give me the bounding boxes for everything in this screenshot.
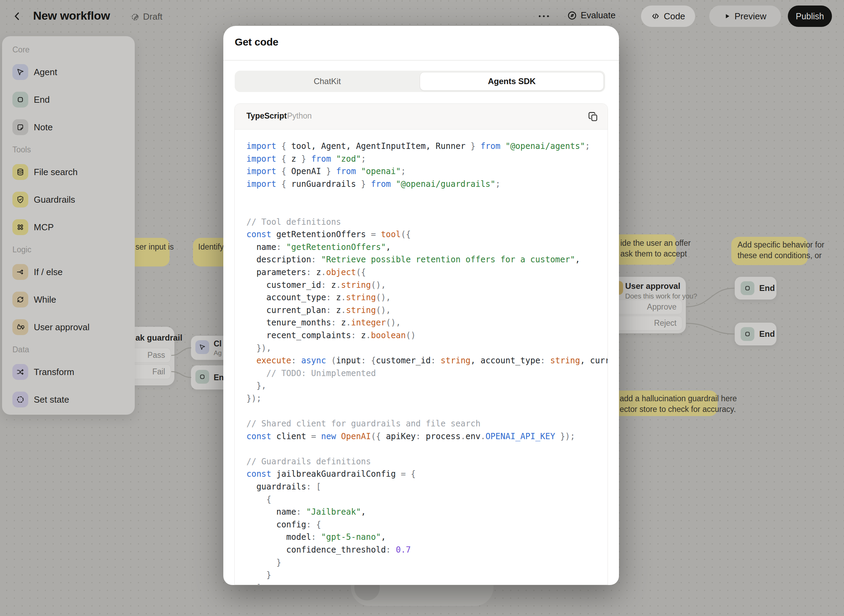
note-icon bbox=[12, 119, 28, 135]
shuffle-icon bbox=[12, 364, 28, 380]
sidebar-item-mcp[interactable]: MCP bbox=[12, 219, 135, 235]
more-options-button[interactable] bbox=[537, 12, 551, 21]
code-card-header: TypeScript Python bbox=[235, 104, 608, 130]
code-line: const jailbreakGuardrailConfig = { bbox=[246, 468, 608, 481]
tab-chatkit[interactable]: ChatKit bbox=[235, 71, 420, 92]
end-square-icon bbox=[741, 327, 755, 341]
sidebar-item-guardrails[interactable]: Guardrails bbox=[12, 192, 135, 208]
modal-title: Get code bbox=[235, 36, 278, 48]
code-line: // Guardrails definitions bbox=[246, 455, 608, 468]
code-line: import { OpenAI } from "openai"; bbox=[246, 165, 608, 178]
code-line: // Shared client for guardrails and file… bbox=[246, 418, 608, 430]
sidebar-item-label: End bbox=[34, 94, 50, 105]
sidebar-item-set-state[interactable]: Set state bbox=[12, 392, 135, 408]
database-icon bbox=[12, 164, 28, 180]
node-user-approval-title: User approval bbox=[625, 281, 680, 291]
evaluate-label: Evaluate bbox=[581, 10, 615, 21]
back-button[interactable] bbox=[12, 11, 22, 22]
note-offer-text: ide the user an offerask them to accept bbox=[620, 238, 691, 259]
code-line: model: "gpt-5-nano", bbox=[246, 531, 608, 544]
get-code-modal: Get code ChatKit Agents SDK TypeScript P… bbox=[223, 26, 619, 585]
code-line bbox=[246, 405, 608, 418]
sidebar-item-if-else[interactable]: If / else bbox=[12, 264, 135, 280]
sidebar-section-label-core: Core bbox=[12, 46, 135, 54]
note-hallucination-text: add a hallucination guardrail hereector … bbox=[620, 393, 737, 415]
code-line: { bbox=[246, 493, 608, 506]
preview-button-label: Preview bbox=[734, 11, 766, 22]
code-line: current_plan: z.string(), bbox=[246, 304, 608, 317]
code-line: guardrails: [ bbox=[246, 481, 608, 493]
lang-typescript[interactable]: TypeScript bbox=[246, 111, 287, 121]
code-card: TypeScript Python import { tool, Agent, … bbox=[234, 103, 608, 585]
node-user-approval-sub: Does this work for you? bbox=[625, 292, 697, 300]
code-line: recent_complaints: z.boolean() bbox=[246, 329, 608, 342]
pass-label: Pass bbox=[148, 351, 165, 360]
code-line: // Tool definitions bbox=[246, 216, 608, 229]
modal-divider bbox=[223, 60, 619, 61]
sidebar-item-end[interactable]: End bbox=[12, 92, 135, 107]
loop-icon bbox=[12, 292, 28, 308]
page-title: New workflow bbox=[33, 9, 110, 22]
code-line: } bbox=[246, 569, 608, 582]
sidebar-item-label: Agent bbox=[34, 67, 57, 78]
code-line: name: "getRetentionOffers", bbox=[246, 241, 608, 254]
code-line: description: "Retrieve possible retentio… bbox=[246, 253, 608, 266]
code-line: // TODO: Unimplemented bbox=[246, 367, 608, 380]
sidebar-item-label: Guardrails bbox=[34, 194, 75, 205]
status-badge: Draft bbox=[131, 12, 162, 22]
note-behavior-text: Add specific behavior forthese end condi… bbox=[737, 239, 824, 261]
sidebar-item-transform[interactable]: Transform bbox=[12, 364, 135, 380]
code-line: tenure_months: z.integer(), bbox=[246, 317, 608, 329]
code-line: ] bbox=[246, 582, 608, 585]
node-agent-fragment-sub: Ag bbox=[214, 349, 221, 357]
code-line: account_type: z.string(), bbox=[246, 291, 608, 304]
code-content[interactable]: import { tool, Agent, AgentInputItem, Ru… bbox=[235, 130, 608, 585]
node-end-top-label: End bbox=[759, 283, 775, 293]
sidebar-item-while[interactable]: While bbox=[12, 292, 135, 308]
sidebar-item-label: MCP bbox=[34, 222, 54, 233]
evaluate-button[interactable]: Evaluate bbox=[567, 10, 615, 21]
shield-check-icon bbox=[12, 192, 28, 208]
code-brackets-icon bbox=[651, 12, 660, 21]
code-button[interactable]: Code bbox=[641, 6, 695, 27]
sidebar-item-user-approval[interactable]: User approval bbox=[12, 319, 135, 335]
copy-icon[interactable] bbox=[588, 111, 599, 122]
code-line: parameters: z.object({ bbox=[246, 266, 608, 279]
compass-gauge-icon bbox=[567, 11, 577, 21]
sidebar-item-file-search[interactable]: File search bbox=[12, 164, 135, 180]
note-user-input-text: ser input is bbox=[135, 242, 174, 252]
dashed-circle-icon bbox=[12, 392, 28, 408]
fail-label: Fail bbox=[152, 367, 165, 377]
code-line: confidence_threshold: 0.7 bbox=[246, 544, 608, 556]
code-line: const client = new OpenAI({ apiKey: proc… bbox=[246, 430, 608, 443]
sidebar-item-label: If / else bbox=[34, 267, 63, 277]
sidebar-section-label-data: Data bbox=[12, 346, 135, 353]
sidebar-section-label-logic: Logic bbox=[12, 246, 135, 254]
code-line bbox=[246, 443, 608, 455]
end-square-icon bbox=[741, 281, 755, 295]
approve-label: Approve bbox=[647, 302, 677, 312]
code-line: const getRetentionOffers = tool({ bbox=[246, 228, 608, 241]
sidebar-item-note[interactable]: Note bbox=[12, 119, 135, 135]
lang-python[interactable]: Python bbox=[287, 111, 312, 121]
sidebar-section-label-tools: Tools bbox=[12, 146, 135, 154]
sidebar-item-label: Transform bbox=[34, 367, 75, 377]
sidebar-item-label: Set state bbox=[34, 395, 69, 405]
agent-cursor-icon bbox=[195, 340, 209, 354]
sidebar-item-agent[interactable]: Agent bbox=[12, 64, 135, 80]
node-end-bottom-label: End bbox=[759, 329, 775, 339]
code-line: name: "Jailbreak", bbox=[246, 506, 608, 518]
status-badge-label: Draft bbox=[143, 12, 162, 22]
end-square-icon bbox=[12, 92, 28, 107]
node-jailbreak-guardrail-title: ak guardrail bbox=[135, 333, 182, 343]
publish-button[interactable]: Publish bbox=[788, 6, 832, 27]
tab-agents-sdk[interactable]: Agents SDK bbox=[420, 72, 604, 91]
node-palette-sidebar: CoreAgentEndNoteToolsFile searchGuardrai… bbox=[2, 36, 135, 415]
sidebar-item-label: Note bbox=[34, 122, 53, 133]
reject-label: Reject bbox=[654, 318, 677, 328]
mcp-dots-icon bbox=[12, 219, 28, 235]
sidebar-sections: CoreAgentEndNoteToolsFile searchGuardrai… bbox=[12, 46, 135, 408]
preview-button[interactable]: Preview bbox=[709, 6, 781, 27]
end-square-icon bbox=[195, 370, 209, 384]
code-line: }, bbox=[246, 380, 608, 392]
